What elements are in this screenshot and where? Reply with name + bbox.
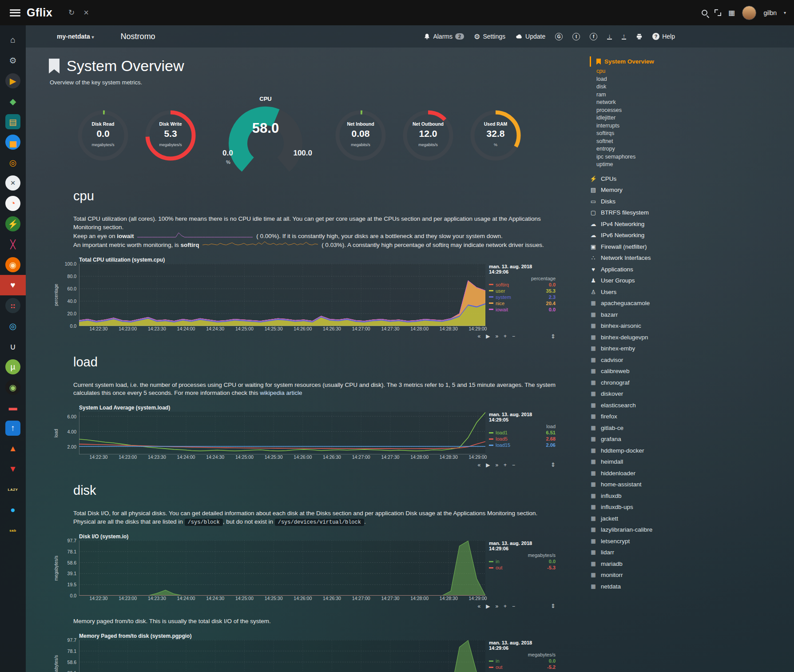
menu-item-elasticsearch[interactable]: ▦elasticsearch (590, 400, 790, 411)
fullscreen-icon[interactable] (715, 9, 721, 16)
menu-item-mariadb[interactable]: ▦mariadb (590, 558, 790, 570)
legend-entry-user[interactable]: user35.3 (489, 288, 556, 294)
resize-handle-icon[interactable]: ⇕ (551, 333, 556, 340)
zoom-out-icon[interactable]: − (512, 333, 515, 339)
menu-item-diskover[interactable]: ▦diskover (590, 388, 790, 400)
avatar[interactable] (742, 6, 756, 20)
menu-item-users[interactable]: ♙Users (590, 286, 790, 298)
sidebar-app-resilio-sync[interactable]: ◎ (0, 316, 26, 336)
menu-item-firefox[interactable]: ▦firefox (590, 411, 790, 422)
gauge-disk-write[interactable]: Disk Write5.3megabytes/s (144, 109, 197, 162)
menu-item-heimdall[interactable]: ▦heimdall (590, 456, 790, 468)
twitter-icon[interactable]: t (572, 33, 580, 40)
legend-entry-nice[interactable]: nice20.4 (489, 301, 556, 306)
menu-item-binhex-airsonic[interactable]: ▦binhex-airsonic (590, 320, 790, 332)
menu-item-hddtemp-docker[interactable]: ▦hddtemp-docker (590, 445, 790, 457)
sidebar-app-power-app[interactable]: ⚡ (0, 214, 26, 234)
menu-item-cpus[interactable]: ⚡CPUs (590, 173, 790, 185)
sidebar-app-target-app[interactable]: ◉ (0, 377, 26, 398)
play-icon[interactable]: ▶ (486, 462, 490, 468)
github-icon[interactable]: G (555, 33, 563, 40)
legend-entry-system[interactable]: system2.3 (489, 294, 556, 300)
export-snapshot-icon[interactable]: ↓ (607, 33, 612, 40)
menu-item-monitorr[interactable]: ▦monitorr (590, 569, 790, 581)
submenu-item-interrupts[interactable]: interrupts (596, 122, 790, 130)
submenu-item-uptime[interactable]: uptime (596, 161, 790, 169)
submenu-item-softirqs[interactable]: softirqs (596, 130, 790, 138)
print-icon[interactable] (636, 33, 643, 40)
play-icon[interactable]: ▶ (486, 603, 490, 609)
sidebar-app-settings[interactable]: ⚙ (0, 50, 26, 71)
menu-item-btrfs-filesystem[interactable]: ▢BTRFS filesystem (590, 207, 790, 219)
menu-item-applications[interactable]: ♥Applications (590, 264, 790, 275)
submenu-item-entropy[interactable]: entropy (596, 145, 790, 153)
legend-entry-iowait[interactable]: iowait0.0 (489, 307, 556, 312)
submenu-item-load[interactable]: load (596, 76, 790, 84)
submenu-item-ipc-semaphores[interactable]: ipc semaphores (596, 153, 790, 161)
submenu-item-softnet[interactable]: softnet (596, 138, 790, 146)
help-button[interactable]: ?Help (652, 33, 675, 40)
legend-entry-load15[interactable]: load152.06 (489, 442, 556, 448)
sidebar-app-pills-app[interactable]: ▬ (0, 398, 26, 418)
update-button[interactable]: Update (515, 33, 545, 40)
menu-item-lazylibrarian-calibre[interactable]: ▦lazylibrarian-calibre (590, 524, 790, 536)
refresh-icon[interactable]: ↻ (68, 8, 75, 17)
sidebar-app-tautulli[interactable]: ▅ (0, 132, 26, 152)
menu-item-bazarr[interactable]: ▦bazarr (590, 309, 790, 321)
legend-entry-in[interactable]: in0.0 (489, 658, 556, 664)
gauge-cpu[interactable]: CPU58.00.0100.0% (219, 97, 312, 174)
legend-entry-out[interactable]: out-5.3 (489, 565, 556, 570)
load-chart[interactable]: System Load Average (system.load)load6.0… (52, 405, 581, 468)
sidebar-app-sabnzbd[interactable]: sab (0, 520, 26, 541)
pgpgio-chart[interactable]: Memory Paged from/to disk (system.pgpgio… (52, 633, 581, 672)
sidebar-app-lazylibrarian[interactable]: LAZY (0, 479, 26, 500)
menu-item-memory[interactable]: ▤Memory (590, 184, 790, 196)
submenu-item-idlejitter[interactable]: idlejitter (596, 114, 790, 122)
legend-entry-out[interactable]: out-5.2 (489, 664, 556, 670)
menu-item-ipv4-networking[interactable]: ☁IPv4 Networking (590, 219, 790, 230)
pan-left-icon[interactable]: « (477, 333, 480, 339)
server-dropdown[interactable]: my-netdata ▾ (57, 33, 94, 40)
submenu-item-ram[interactable]: ram (596, 91, 790, 99)
menu-item-ipv6-networking[interactable]: ☁IPv6 Networking (590, 230, 790, 241)
gauge-disk-read[interactable]: Disk Read0.0megabytes/s (77, 109, 129, 162)
sidebar-app-dots-app[interactable]: ⠶ (0, 295, 26, 316)
zoom-out-icon[interactable]: − (512, 603, 515, 609)
settings-button[interactable]: ⚙Settings (474, 32, 505, 41)
alarms-button[interactable]: Alarms 2 (424, 33, 464, 40)
menu-item-network-interfaces[interactable]: ∴Network Interfaces (590, 252, 790, 264)
menu-item-chronograf[interactable]: ▦chronograf (590, 377, 790, 389)
menu-item-influxdb-ups[interactable]: ▦influxdb-ups (590, 501, 790, 513)
sidebar-app-green-diamond-app[interactable]: ◆ (0, 91, 26, 111)
user-menu-caret-icon[interactable]: ▾ (784, 10, 786, 15)
resize-handle-icon[interactable]: ⇕ (551, 603, 556, 609)
menu-item-lidarr[interactable]: ▦lidarr (590, 547, 790, 558)
wikipedia-link[interactable]: wikipedia article (260, 390, 302, 396)
sidebar-app-ombi-app[interactable]: ◔ (0, 193, 26, 214)
pan-right-icon[interactable]: » (495, 603, 498, 609)
close-icon[interactable]: × (83, 8, 89, 18)
disk-io-chart[interactable]: Disk I/O (system.io)megabytes/s97.778.15… (52, 533, 581, 609)
menu-item-home-assistant[interactable]: ▦home-assistant (590, 479, 790, 490)
sidebar-app-utorrent-app[interactable]: µ (0, 357, 26, 377)
zoom-in-icon[interactable]: + (504, 603, 507, 609)
submenu-item-processes[interactable]: processes (596, 107, 790, 115)
sidebar-app-kodi-app[interactable]: × (0, 173, 26, 193)
legend-entry-load5[interactable]: load52.68 (489, 436, 556, 441)
sidebar-app-netdata-active[interactable]: ♥ (0, 275, 26, 295)
gauge-net-inbound[interactable]: Net Inbound0.08megabits/s (334, 109, 387, 162)
pan-right-icon[interactable]: » (495, 333, 498, 339)
submenu-item-network[interactable]: network (596, 99, 790, 107)
sidebar-app-upload-app[interactable]: ↑ (0, 418, 26, 438)
pan-right-icon[interactable]: » (495, 462, 498, 468)
sidebar-app-home[interactable]: ⌂ (0, 30, 26, 50)
sidebar-app-library-app[interactable]: ▤ (0, 111, 26, 132)
gauge-used-ram[interactable]: Used RAM32.8% (469, 109, 522, 162)
sidebar-app-droplet-app[interactable]: ● (0, 500, 26, 520)
menu-item-cadvisor[interactable]: ▦cadvisor (590, 354, 790, 366)
submenu-item-cpu[interactable]: cpu (596, 68, 790, 76)
sidebar-app-horseshoe-app[interactable]: ∪ (0, 336, 26, 357)
zoom-in-icon[interactable]: + (504, 333, 507, 339)
legend-entry-in[interactable]: in0.0 (489, 559, 556, 564)
facebook-icon[interactable]: f (590, 33, 597, 40)
